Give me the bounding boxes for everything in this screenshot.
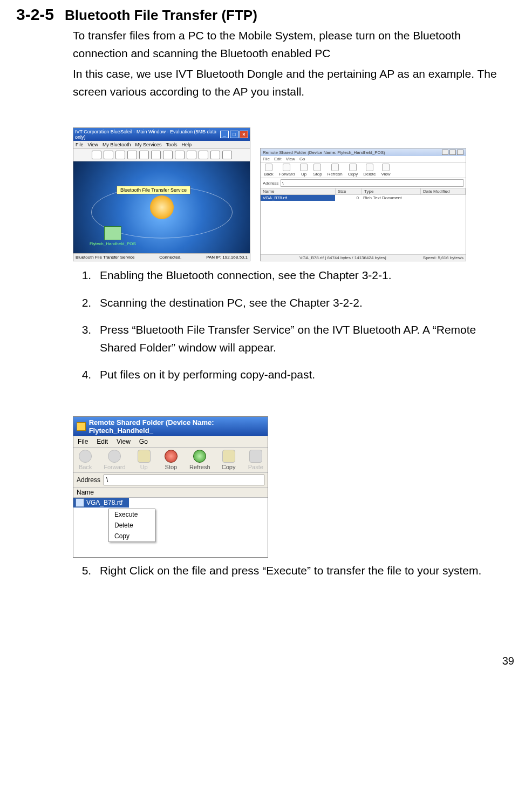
minimize-icon[interactable]: _ (220, 131, 229, 138)
address-input[interactable] (281, 179, 463, 187)
fig1-statusbar: Bluetooth File Transfer Service Connecte… (73, 253, 250, 261)
service-icon[interactable] (187, 151, 196, 159)
tb-delete[interactable]: Delete (363, 164, 376, 177)
fig3-file-list: VGA_B78.rtf Execute Delete Copy (73, 498, 268, 557)
service-icon[interactable] (199, 151, 208, 159)
tb-copy[interactable]: Copy (220, 450, 237, 470)
paste-icon (249, 450, 262, 463)
steps-list-a: Enabling the Bluetooth connection, see t… (73, 267, 498, 384)
service-icon[interactable] (175, 151, 185, 159)
service-icon[interactable] (127, 151, 137, 159)
fig2-column-headers: Name Size Type Date Modified (261, 188, 466, 195)
section-header: 3-2-5 Bluetooth File Transfer (FTP) (16, 5, 498, 24)
steps-list-b: Right Click on the file and press “Execu… (73, 562, 498, 580)
service-icon[interactable] (163, 151, 173, 159)
fig3-addressbar: Address (73, 473, 268, 488)
fig1-window-buttons: _ □ × (220, 131, 248, 138)
context-execute[interactable]: Execute (109, 509, 155, 520)
copy-icon (222, 450, 235, 463)
status-service: Bluetooth File Transfer Service (76, 255, 134, 260)
service-icon[interactable] (151, 151, 161, 159)
file-icon (76, 498, 84, 507)
cell-name: VGA_B78.rtf (86, 499, 122, 506)
tb-forward: Forward (104, 450, 125, 470)
menu-edit[interactable]: Edit (97, 438, 108, 445)
menu-file[interactable]: File (76, 142, 84, 147)
tb-back: Back (77, 450, 94, 470)
address-input[interactable] (104, 475, 264, 485)
col-size[interactable]: Size (336, 188, 362, 194)
fig2-menubar: File Edit View Go (261, 156, 466, 163)
menu-file[interactable]: File (263, 157, 270, 161)
page-number: 39 (16, 655, 514, 667)
close-icon[interactable]: × (240, 131, 248, 138)
menu-tools[interactable]: Tools (166, 142, 177, 147)
back-icon (79, 450, 92, 463)
fig1-canvas: Bluetooth File Transfer Service Flytech_… (73, 161, 250, 253)
service-icon[interactable] (210, 151, 220, 159)
minimize-icon[interactable] (442, 150, 448, 155)
folder-icon (77, 422, 86, 431)
status-right: Speed: 5,616 bytes/s (423, 255, 463, 260)
col-name[interactable]: Name (261, 188, 336, 194)
fig1-menubar: File View My Bluetooth My Services Tools… (73, 141, 250, 149)
fig1-title: IVT Corporation BlueSoleil - Main Window… (75, 129, 220, 140)
forward-icon (108, 450, 121, 463)
menu-help[interactable]: Help (181, 142, 192, 147)
service-icon[interactable] (104, 151, 113, 159)
tb-stop[interactable]: Stop (313, 164, 322, 177)
maximize-icon[interactable] (449, 150, 456, 155)
context-delete[interactable]: Delete (109, 520, 155, 531)
figures-row: IVT Corporation BlueSoleil - Main Window… (73, 127, 498, 261)
address-label: Address (77, 476, 100, 484)
menu-my-services[interactable]: My Services (135, 142, 161, 147)
tb-up[interactable]: Up (300, 164, 308, 177)
status-mid: VGA_B78.rtf | 64744 bytes / 14136424 byt… (299, 255, 386, 260)
menu-view[interactable]: View (88, 142, 98, 147)
tb-back[interactable]: Back (264, 164, 274, 177)
figure-remote-folder-small: Remote Shared Folder (Device Name: Flyte… (260, 148, 466, 261)
tb-stop[interactable]: Stop (162, 450, 180, 470)
tooltip-file-transfer: Bluetooth File Transfer Service (117, 186, 190, 194)
table-row[interactable]: VGA_B78.rtf (73, 498, 129, 508)
list-item: Right Click on the file and press “Execu… (94, 562, 498, 580)
status-ip: PAN IP: 192.168.50.1 (206, 255, 248, 260)
col-name[interactable]: Name (73, 488, 268, 498)
section-title: Bluetooth File Transfer (FTP) (65, 7, 257, 24)
service-icon[interactable] (139, 151, 149, 159)
tb-label: Forward (104, 464, 125, 470)
service-icon[interactable] (222, 151, 232, 159)
menu-edit[interactable]: Edit (274, 157, 282, 161)
tb-view[interactable]: View (381, 164, 390, 177)
tb-label: Paste (248, 464, 263, 470)
close-icon[interactable] (457, 150, 463, 155)
service-icon[interactable] (92, 151, 101, 159)
col-date[interactable]: Date Modified (421, 188, 466, 194)
menu-file[interactable]: File (78, 438, 88, 445)
menu-go[interactable]: Go (139, 438, 148, 445)
central-device-icon[interactable] (150, 195, 174, 219)
maximize-icon[interactable]: □ (230, 131, 238, 138)
col-type[interactable]: Type (362, 188, 421, 194)
context-menu: Execute Delete Copy (108, 509, 155, 542)
tb-forward[interactable]: Forward (279, 164, 295, 177)
tb-label: Refresh (189, 464, 210, 470)
fig3-toolbar: BackForwardUpStopRefreshCopyPaste (73, 448, 268, 473)
menu-view[interactable]: View (286, 157, 295, 161)
menu-view[interactable]: View (117, 438, 131, 445)
tb-refresh[interactable]: Refresh (189, 450, 210, 470)
refresh-icon (193, 450, 206, 463)
section-number: 3-2-5 (16, 5, 54, 24)
cell-date (419, 198, 466, 199)
menu-my-bluetooth[interactable]: My Bluetooth (103, 142, 131, 147)
table-row[interactable]: VGA_B78.rtf 0 Rich Text Document (261, 195, 466, 201)
tb-refresh[interactable]: Refresh (328, 164, 343, 177)
fig1-toolbar (73, 149, 250, 161)
figure-remote-folder-large: Remote Shared Folder (Device Name: Flyte… (73, 416, 268, 558)
service-icon[interactable] (115, 151, 125, 159)
menu-go[interactable]: Go (299, 157, 305, 161)
context-copy[interactable]: Copy (109, 531, 155, 542)
tb-copy[interactable]: Copy (348, 164, 358, 177)
device-node[interactable]: Flytech_Handheld_POS (90, 226, 136, 246)
intro-paragraph-2: In this case, we use IVT Bluetooth Dongl… (73, 65, 498, 100)
